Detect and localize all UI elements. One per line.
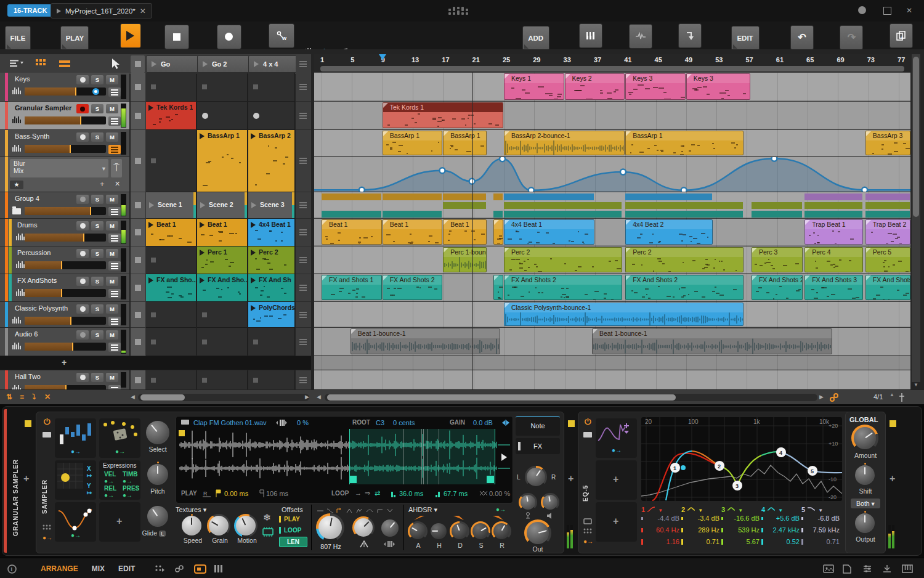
eq-mode-dropdown[interactable]: Both ▾ <box>851 499 880 508</box>
pointer-tool-icon[interactable] <box>110 58 122 70</box>
arranger-clip[interactable]: Beat 1-bounce-1 <box>592 328 832 354</box>
textures-title[interactable]: Textures ▾ <box>176 506 206 514</box>
freeze-icon[interactable]: ❄ <box>263 512 271 523</box>
view-mix[interactable]: MIX <box>92 564 105 573</box>
arranger-clip[interactable]: Classic Polysynth-bounce-1 <box>504 303 744 326</box>
rail-add-device-button[interactable]: + <box>23 473 29 484</box>
band-freq[interactable]: 60.4 Hz <box>641 526 679 534</box>
arranger-clip[interactable]: FX And Shots 2 <box>504 275 623 300</box>
clip-slot[interactable]: Scene 2 <box>197 192 248 219</box>
sample-file-name[interactable]: Clap FM Gothen 01.wav <box>193 419 267 426</box>
eq-modulator-empty-2[interactable]: + <box>596 502 637 542</box>
arranger-clip[interactable]: Perc 2 <box>625 247 743 272</box>
root-note[interactable]: C3 <box>376 419 384 426</box>
vscroll-thumb[interactable] <box>913 57 919 217</box>
file-menu-button[interactable]: FILE <box>5 26 31 51</box>
stop-button[interactable] <box>164 25 189 49</box>
scene-mini-cell[interactable] <box>296 102 311 130</box>
stop-clip-button[interactable] <box>131 102 146 130</box>
solo-button[interactable]: S <box>91 330 103 340</box>
record-arm-button[interactable] <box>76 373 89 382</box>
volume-fader[interactable] <box>25 145 106 153</box>
clip-slot[interactable] <box>248 328 295 356</box>
sample-folder-icon[interactable] <box>181 420 189 425</box>
add-audio-button[interactable] <box>629 24 652 49</box>
sample-length-value[interactable]: 106 ms <box>266 490 288 497</box>
scene-mini-cell[interactable] <box>296 219 311 246</box>
arranger-clip[interactable]: BassArp 3 <box>865 131 910 155</box>
slice-marker[interactable] <box>439 429 439 484</box>
modulator-expressions[interactable]: Expressions VEL●→ TIMB●→ REL●→ PRES●→ <box>99 460 140 500</box>
expression-timb[interactable]: TIMB●→ <box>123 471 137 484</box>
solo-button[interactable]: S <box>91 132 103 142</box>
arranger-clip[interactable]: FX And Shots 2 <box>752 275 803 300</box>
automation-point[interactable] <box>620 169 626 175</box>
track-menu-button[interactable] <box>108 207 121 216</box>
redo-button[interactable]: ↷ <box>840 25 863 50</box>
offset-len[interactable]: LEN <box>279 537 307 547</box>
launcher-clip[interactable]: FX And Sho... <box>197 274 247 301</box>
eq-band-header[interactable]: 4▼ <box>761 503 801 512</box>
clip-slot[interactable]: Beat 1 <box>146 219 197 246</box>
arranger-clip[interactable]: Trap Beat 2 <box>865 219 910 245</box>
eq-preset-folder-icon[interactable] <box>583 432 592 438</box>
band-gain[interactable]: -4.4 dB <box>641 515 679 522</box>
loop-length-value[interactable]: 67.7 ms <box>444 490 468 497</box>
automation-indicator[interactable] <box>92 88 99 95</box>
automation-point[interactable] <box>440 168 445 173</box>
loop-mode-off-icon[interactable]: → <box>355 489 362 497</box>
multi-column-icon[interactable] <box>214 564 225 573</box>
device-mod-routing-icon[interactable]: ●→ <box>43 534 52 541</box>
slice-marker[interactable] <box>421 429 422 484</box>
scene-mini-cell[interactable] <box>296 73 311 102</box>
launcher-clip[interactable]: FX and Sho... <box>146 274 196 301</box>
clip-slot[interactable] <box>197 302 248 328</box>
launcher-clip[interactable]: BassArp 2 <box>248 130 294 192</box>
band-gain[interactable]: -3.4 dB <box>681 515 719 522</box>
track-menu-button[interactable] <box>108 234 121 243</box>
launcher-clip[interactable]: Perc 1 <box>197 246 247 274</box>
mute-button[interactable]: M <box>106 249 118 258</box>
solo-button[interactable]: S <box>91 221 103 230</box>
play-button[interactable] <box>120 23 141 48</box>
modulator-lfo[interactable]: ●→ <box>55 502 96 542</box>
eq-grid-icon[interactable] <box>583 528 592 535</box>
eq-mod-routing-icon[interactable]: ●→ <box>583 538 593 545</box>
env-title[interactable]: AHDSR ▾ <box>408 506 437 514</box>
mute-button[interactable]: M <box>106 195 118 204</box>
arranger-scroll-left[interactable]: ◀ <box>317 394 321 400</box>
add-track-row[interactable]: + <box>0 356 311 370</box>
clip-slot[interactable]: Beat 1 <box>197 219 248 246</box>
clip-slot[interactable]: Tek Kords 1 <box>146 102 197 130</box>
offset-play[interactable]: PLAY <box>279 516 300 523</box>
slice-marker[interactable] <box>403 429 404 484</box>
eq-power-icon[interactable]: ⏻ <box>585 417 591 427</box>
arranger-clip[interactable]: Perc 5 <box>865 247 910 272</box>
automation-write-button[interactable]: w <box>269 23 294 48</box>
track-menu-button[interactable] <box>108 289 121 298</box>
band-freq[interactable]: 2.47 kHz <box>761 526 800 534</box>
info-icon[interactable]: i <box>7 564 18 573</box>
mute-button[interactable]: M <box>106 304 118 314</box>
volume-fader[interactable] <box>25 317 106 325</box>
loop-xfade-value[interactable]: 0.00 % <box>489 490 510 497</box>
launcher-scroll-left[interactable]: ◀ <box>131 394 135 400</box>
clip-slot[interactable]: Perc 1 <box>197 246 248 274</box>
arranger-clip[interactable]: Keys 3 <box>686 73 750 100</box>
clip-slot[interactable] <box>197 370 248 390</box>
clip-slot[interactable]: FX and Sho... <box>146 274 197 302</box>
launcher-scroll-right[interactable]: ▶ <box>305 394 309 400</box>
sample-start-value[interactable]: 0.00 ms <box>224 490 248 497</box>
arranger-clip[interactable] <box>493 219 503 245</box>
solo-button[interactable]: S <box>91 277 103 286</box>
expression-pres[interactable]: PRES●→ <box>123 485 139 499</box>
arranger-lines-icon[interactable] <box>59 60 70 68</box>
eq-modulator-empty-1[interactable]: + <box>596 460 637 500</box>
automation-point[interactable] <box>862 187 867 192</box>
mute-button[interactable]: M <box>106 330 118 340</box>
window-status-icon[interactable] <box>858 6 866 14</box>
band-q[interactable]: 5.67 <box>721 538 760 545</box>
record-arm-button[interactable] <box>76 195 89 204</box>
display-profile-icon[interactable] <box>194 564 205 573</box>
arranger-clip[interactable]: 4x4 Beat 1 <box>504 219 594 245</box>
